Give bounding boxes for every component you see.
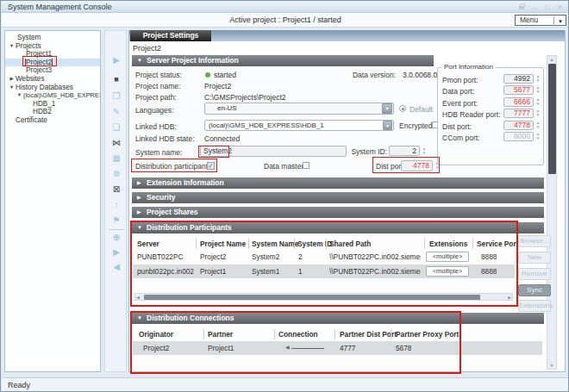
remove-button[interactable]: Remove bbox=[518, 268, 551, 280]
tree-item-project3[interactable]: Project3 bbox=[5, 66, 100, 75]
event-port-spinner[interactable]: ▲▼ bbox=[535, 97, 541, 106]
tree-item-certificate[interactable]: Certificate bbox=[5, 116, 100, 125]
maximize-button[interactable]: □ bbox=[541, 2, 553, 13]
hdb-reader-port-spinner[interactable]: ▲▼ bbox=[535, 109, 541, 117]
scroll-up-icon[interactable]: ▲ bbox=[547, 57, 556, 62]
col-header-project-name[interactable]: Project Name bbox=[200, 240, 246, 248]
system-name-field[interactable]: System2 bbox=[200, 146, 347, 157]
scrollbar-thumb[interactable] bbox=[548, 64, 556, 174]
spinner-down-icon[interactable]: ▼ bbox=[535, 102, 541, 106]
pmon-port-spinner[interactable]: ▲▼ bbox=[535, 74, 541, 83]
tree-item-history-databases[interactable]: ▼ History Databases bbox=[5, 84, 100, 92]
new-project-icon[interactable]: ❐ bbox=[105, 91, 128, 102]
col-header-partner[interactable]: Partner bbox=[208, 330, 233, 339]
upgrade-project-icon[interactable]: ↑ bbox=[105, 200, 128, 210]
participant-row[interactable]: punbt022pc.in002.siemer Project1 System1… bbox=[133, 264, 515, 278]
dist-port-info-field[interactable]: 4778 bbox=[503, 121, 534, 130]
tree-item-system[interactable]: System bbox=[5, 34, 100, 42]
column-divider[interactable] bbox=[294, 239, 295, 249]
tree-item-project1[interactable]: Project1 bbox=[5, 50, 100, 59]
column-divider[interactable] bbox=[203, 329, 204, 339]
data-port-field[interactable]: 5677 bbox=[503, 85, 534, 95]
column-divider[interactable] bbox=[335, 329, 335, 339]
column-divider[interactable] bbox=[447, 329, 447, 339]
expander-icon[interactable]: ▼ bbox=[16, 91, 23, 100]
spinner-down-icon[interactable]: ▼ bbox=[535, 125, 541, 129]
participant-row[interactable]: PUNBT022PC Project2 System2 2 \\PUNBT022… bbox=[133, 250, 515, 264]
scroll-down-icon[interactable]: ▼ bbox=[547, 363, 556, 368]
column-divider[interactable] bbox=[391, 329, 391, 339]
section-header-distribution-participants[interactable]: ▼Distribution Participants bbox=[132, 222, 544, 233]
column-divider[interactable] bbox=[248, 239, 249, 249]
extensions-dropdown[interactable]: <multiple> bbox=[426, 266, 469, 277]
section-header-distribution-connections[interactable]: ▼Distribution Connections bbox=[132, 313, 544, 324]
vertical-scrollbar[interactable]: ▲ ▼ bbox=[547, 55, 557, 370]
system-id-spinner[interactable]: ▲ ▼ bbox=[421, 146, 428, 155]
spinner-down-icon[interactable]: ▼ bbox=[535, 90, 541, 94]
column-divider[interactable] bbox=[326, 239, 327, 249]
default-radio[interactable] bbox=[399, 105, 406, 112]
add-icon[interactable]: ⊕ bbox=[105, 233, 128, 243]
col-header-partner-dist-port[interactable]: Partner Dist Port bbox=[340, 330, 397, 339]
linked-hdb-combobox[interactable]: (local)\GMS_HDB_EXPRESS\HDB_1 bbox=[204, 120, 394, 131]
new-button[interactable]: New bbox=[518, 252, 551, 264]
event-port-field[interactable]: 6666 bbox=[503, 97, 534, 107]
col-header-service-port[interactable]: Service Port bbox=[477, 240, 518, 248]
col-header-connection[interactable]: Connection bbox=[278, 330, 318, 339]
dropdown-icon[interactable]: ▼ bbox=[383, 121, 392, 130]
tree-item-hdb-1[interactable]: HDB_1 bbox=[5, 100, 100, 109]
col-header-extensions[interactable]: Extensions bbox=[429, 240, 467, 248]
expand-icon[interactable]: ▶ bbox=[137, 177, 147, 189]
connection-row[interactable]: Project2 Project1 ◀ 4777 5678 bbox=[133, 341, 542, 355]
spinner-down-icon[interactable]: ▼ bbox=[434, 165, 441, 170]
tree-item-gms-hdb-express[interactable]: ▼ (local)\GMS_HDB_EXPRESS bbox=[5, 91, 100, 100]
expand-icon[interactable]: ▶ bbox=[137, 207, 147, 218]
rename-project-icon[interactable]: ❑ bbox=[105, 122, 128, 133]
expand-icon[interactable]: ▶ bbox=[137, 192, 147, 203]
spinner-down-icon[interactable]: ▼ bbox=[535, 78, 541, 83]
column-divider[interactable] bbox=[274, 329, 275, 339]
column-divider[interactable] bbox=[196, 239, 197, 249]
save-icon[interactable]: ▦ bbox=[105, 153, 128, 164]
expander-icon[interactable]: ▶ bbox=[8, 75, 16, 84]
expander-icon[interactable]: ▼ bbox=[8, 84, 16, 92]
collapse-icon[interactable]: ▼ bbox=[137, 313, 147, 324]
minimize-button[interactable]: – bbox=[528, 2, 540, 13]
edit-project-icon[interactable]: ✎ bbox=[105, 107, 128, 117]
languages-combobox[interactable]: en-US bbox=[204, 103, 394, 115]
expander-icon[interactable]: ▼ bbox=[8, 42, 16, 51]
col-header-system-name[interactable]: System Name bbox=[252, 240, 298, 248]
tree-item-websites[interactable]: ▶ Websites bbox=[5, 75, 100, 84]
dist-port-info-spinner[interactable]: ▲▼ bbox=[535, 121, 541, 129]
column-divider[interactable] bbox=[472, 239, 473, 249]
col-header-partner-proxy-port[interactable]: Partner Proxy Port bbox=[396, 330, 459, 339]
col-header-server[interactable]: Server bbox=[137, 240, 159, 248]
dropdown-icon[interactable]: ▼ bbox=[382, 103, 392, 114]
section-header-extension-information[interactable]: ▶Extension Information bbox=[132, 177, 544, 189]
section-header-security[interactable]: ▶Security bbox=[132, 192, 544, 203]
cancel-icon[interactable]: ⊗ bbox=[105, 169, 128, 179]
start-project-icon[interactable]: ▶ bbox=[105, 55, 128, 65]
unlink-hdb-icon[interactable]: ⊠ bbox=[105, 184, 128, 195]
dist-port-field[interactable]: 4778 bbox=[401, 160, 433, 171]
pin-icon[interactable]: ⚑ bbox=[105, 215, 128, 226]
collapse-icon[interactable]: ▼ bbox=[137, 222, 147, 233]
scrollbar-thumb[interactable] bbox=[144, 295, 480, 300]
spinner-down-icon[interactable]: ▼ bbox=[421, 151, 428, 155]
data-master-checkbox[interactable] bbox=[303, 162, 310, 169]
activate-previous-icon[interactable]: ◀ bbox=[105, 262, 128, 272]
browse-button[interactable]: Browse... bbox=[518, 235, 551, 247]
section-header-server-project-information[interactable]: ▼Server Project Information bbox=[132, 55, 434, 66]
column-divider[interactable] bbox=[424, 239, 425, 249]
close-button[interactable]: ✕ bbox=[554, 2, 566, 13]
col-header-shared-path[interactable]: Shared Path bbox=[329, 240, 371, 248]
extensions-dropdown[interactable]: <multiple> bbox=[426, 252, 469, 262]
hdb-reader-port-field[interactable]: 7777 bbox=[503, 109, 534, 118]
activate-next-icon[interactable]: ▶ bbox=[105, 247, 128, 258]
col-header-originator[interactable]: Originator bbox=[139, 330, 173, 339]
spinner-down-icon[interactable]: ▼ bbox=[535, 113, 541, 117]
data-port-spinner[interactable]: ▲▼ bbox=[535, 85, 541, 94]
scroll-left-icon[interactable]: ◀ bbox=[136, 295, 140, 300]
link-hdb-icon[interactable]: ⋈ bbox=[105, 138, 128, 148]
stop-project-icon[interactable]: ■ bbox=[105, 74, 128, 84]
